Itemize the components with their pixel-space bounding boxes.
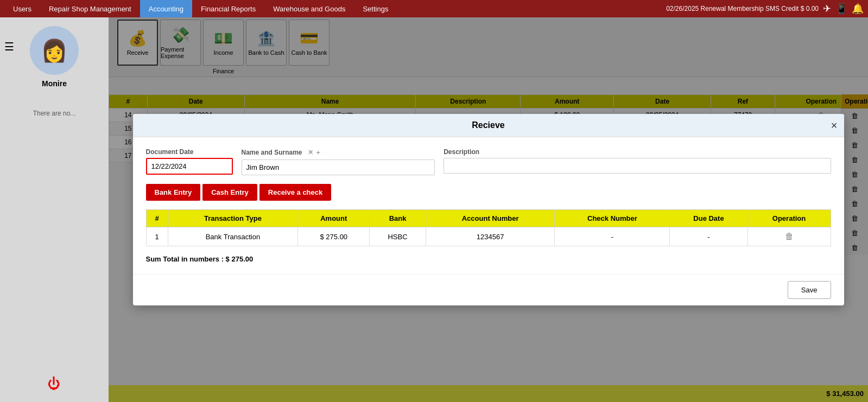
modal-body: Document Date Name and Surname ✕ ＋ bbox=[133, 137, 844, 274]
modal-close-button[interactable]: × bbox=[831, 119, 838, 132]
name-surname-label: Name and Surname ✕ ＋ bbox=[242, 148, 435, 157]
nav-accounting[interactable]: Accounting bbox=[140, 0, 192, 17]
nav-warehouse[interactable]: Warehouse and Goods bbox=[264, 0, 354, 17]
delete-icon[interactable]: 🗑 bbox=[785, 232, 794, 241]
form-row-1: Document Date Name and Surname ✕ ＋ bbox=[146, 148, 831, 175]
modal-overlay: Recieve × Document Date Name and Surname… bbox=[109, 17, 868, 402]
row-check-number: - bbox=[555, 227, 670, 246]
transaction-table: # Transaction Type Amount Bank Account N… bbox=[146, 209, 831, 246]
user-name: Monire bbox=[42, 79, 67, 88]
receive-modal: Recieve × Document Date Name and Surname… bbox=[133, 114, 844, 305]
hamburger-menu[interactable]: ☰ bbox=[4, 40, 14, 53]
th-operation: Operation bbox=[747, 210, 831, 227]
nav-info: 02/26/2025 Renewal Membership SMS Credit… bbox=[666, 3, 864, 15]
th-transaction-type: Transaction Type bbox=[168, 210, 298, 227]
modal-title: Recieve bbox=[472, 120, 505, 130]
description-group: Description bbox=[443, 148, 831, 174]
bank-entry-button[interactable]: Bank Entry bbox=[146, 184, 201, 201]
avatar: 👩 bbox=[30, 26, 79, 75]
modal-header: Recieve × bbox=[133, 114, 844, 137]
row-delete-button[interactable]: 🗑 bbox=[747, 227, 831, 246]
document-date-group: Document Date bbox=[146, 148, 233, 175]
left-sidebar: ☰ 👩 Monire There are no... ⏻ bbox=[0, 17, 109, 402]
whatsapp-icon[interactable]: 📱 bbox=[835, 3, 847, 15]
nav-info-text: 02/26/2025 Renewal Membership SMS Credit… bbox=[666, 5, 819, 12]
row-bank: HSBC bbox=[370, 227, 426, 246]
description-label: Description bbox=[443, 148, 831, 156]
nav-users[interactable]: Users bbox=[4, 0, 40, 17]
th-due-date: Due Date bbox=[670, 210, 747, 227]
main-content: 💰 Receive 💸 Payment Expense 💵 Income 🏦 B… bbox=[109, 17, 868, 402]
row-account-number: 1234567 bbox=[426, 227, 554, 246]
nav-items: Users Repair Shop Management Accounting … bbox=[4, 0, 666, 17]
no-records-text: There are no... bbox=[33, 110, 76, 117]
row-due-date: - bbox=[670, 227, 747, 246]
th-amount: Amount bbox=[298, 210, 370, 227]
telegram-icon[interactable]: ✈ bbox=[823, 3, 831, 15]
document-date-input[interactable] bbox=[146, 158, 233, 175]
th-num: # bbox=[146, 210, 168, 227]
add-name-icon[interactable]: ＋ bbox=[315, 149, 321, 156]
name-surname-input[interactable] bbox=[242, 159, 435, 175]
cash-entry-button[interactable]: Cash Entry bbox=[202, 184, 257, 201]
name-surname-group: Name and Surname ✕ ＋ bbox=[242, 148, 435, 175]
nav-repair-shop[interactable]: Repair Shop Management bbox=[40, 0, 140, 17]
receive-check-button[interactable]: Receive a check bbox=[259, 184, 331, 201]
nav-financial-reports[interactable]: Financial Reports bbox=[192, 0, 264, 17]
transaction-row: 1 Bank Transaction $ 275.00 HSBC 1234567… bbox=[146, 227, 831, 246]
th-bank: Bank bbox=[370, 210, 426, 227]
description-input[interactable] bbox=[443, 158, 831, 174]
row-num: 1 bbox=[146, 227, 168, 246]
row-transaction-type: Bank Transaction bbox=[168, 227, 298, 246]
th-check-number: Check Number bbox=[555, 210, 670, 227]
modal-footer: Save bbox=[133, 274, 844, 305]
th-account-number: Account Number bbox=[426, 210, 554, 227]
document-date-label: Document Date bbox=[146, 148, 233, 156]
row-amount: $ 275.00 bbox=[298, 227, 370, 246]
notification-icon[interactable]: 🔔 bbox=[852, 3, 864, 15]
power-button[interactable]: ⏻ bbox=[48, 376, 61, 391]
top-navigation: Users Repair Shop Management Accounting … bbox=[0, 0, 868, 17]
action-buttons: Bank Entry Cash Entry Receive a check bbox=[146, 184, 831, 201]
save-button[interactable]: Save bbox=[788, 281, 831, 299]
sum-total: Sum Total in numbers : $ 275.00 bbox=[146, 255, 831, 263]
clear-name-icon[interactable]: ✕ bbox=[308, 149, 313, 156]
nav-settings[interactable]: Settings bbox=[354, 0, 397, 17]
